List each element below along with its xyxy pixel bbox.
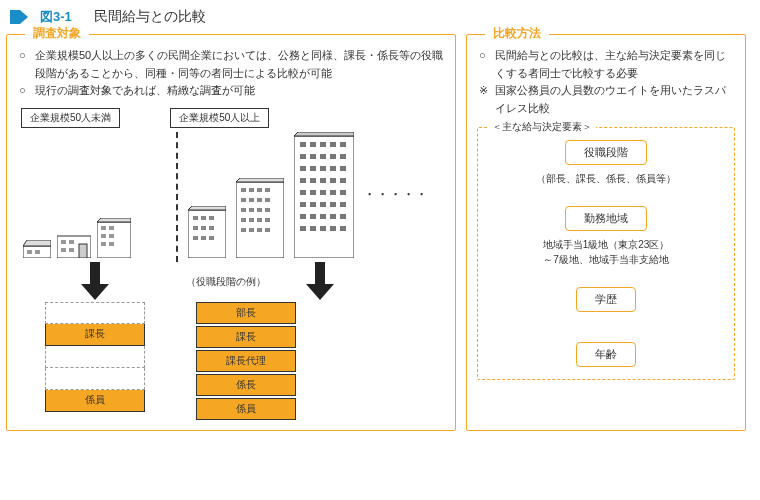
panel-label: 調査対象 <box>25 25 89 42</box>
svg-rect-20 <box>201 216 206 220</box>
svg-rect-33 <box>265 188 270 192</box>
svg-rect-80 <box>330 202 336 207</box>
down-arrow-icon <box>306 262 334 302</box>
scale-large-label: 企業規模50人以上 <box>170 108 269 128</box>
bullet-text: 国家公務員の人員数のウエイトを用いたラスパイレス比較 <box>495 82 735 117</box>
ladder-slot: 係員 <box>196 398 296 420</box>
factor-region: 勤務地域 <box>565 206 647 231</box>
ladder-slot: 課長代理 <box>196 350 296 372</box>
svg-rect-35 <box>249 198 254 202</box>
example-label: （役職段階の例） <box>186 275 266 289</box>
svg-rect-84 <box>320 214 326 219</box>
svg-rect-39 <box>249 208 254 212</box>
figure-title: 民間給与との比較 <box>94 8 206 26</box>
svg-rect-95 <box>315 262 325 284</box>
svg-rect-26 <box>201 236 206 240</box>
svg-rect-1 <box>27 250 32 254</box>
svg-rect-24 <box>209 226 214 230</box>
factors-label: ＜主な給与決定要素＞ <box>488 120 596 134</box>
svg-rect-14 <box>109 234 114 238</box>
ladder-slot: 部長 <box>196 302 296 324</box>
svg-marker-96 <box>306 284 334 300</box>
svg-rect-45 <box>265 218 270 222</box>
svg-rect-68 <box>310 178 316 183</box>
svg-rect-5 <box>61 240 66 244</box>
svg-rect-52 <box>300 142 306 147</box>
vertical-divider <box>176 132 178 262</box>
svg-rect-81 <box>340 202 346 207</box>
svg-rect-83 <box>310 214 316 219</box>
large-building-icon <box>188 206 226 258</box>
svg-rect-16 <box>109 242 114 246</box>
ladder-slot <box>45 346 145 368</box>
svg-rect-66 <box>340 166 346 171</box>
svg-rect-48 <box>257 228 262 232</box>
svg-rect-67 <box>300 178 306 183</box>
svg-rect-47 <box>249 228 254 232</box>
svg-rect-72 <box>300 190 306 195</box>
small-building-icon <box>57 232 91 258</box>
ladder-slot <box>45 302 145 324</box>
bullet-text: 民間給与との比較は、主な給与決定要素を同じくする者同士で比較する必要 <box>495 47 735 82</box>
svg-rect-6 <box>69 240 74 244</box>
scale-small-label: 企業規模50人未満 <box>21 108 120 128</box>
svg-rect-42 <box>241 218 246 222</box>
factors-box: ＜主な給与決定要素＞ 役職段階 （部長、課長、係長、係員等） 勤務地域 地域手当… <box>477 127 735 380</box>
svg-rect-56 <box>340 142 346 147</box>
svg-rect-23 <box>201 226 206 230</box>
small-building-icon <box>23 240 51 258</box>
svg-rect-54 <box>320 142 326 147</box>
svg-rect-7 <box>61 248 66 252</box>
factor-education: 学歴 <box>576 287 636 312</box>
factor-note: （部長、課長、係長、係員等） <box>536 171 676 186</box>
position-ladders: 課長 係員 部長 課長 課長代理 係長 係員 <box>17 302 445 420</box>
svg-rect-77 <box>300 202 306 207</box>
svg-rect-69 <box>320 178 326 183</box>
svg-rect-85 <box>330 214 336 219</box>
svg-rect-21 <box>209 216 214 220</box>
ladder-small: 課長 係員 <box>45 302 145 420</box>
svg-rect-34 <box>241 198 246 202</box>
svg-marker-50 <box>236 178 284 182</box>
svg-rect-90 <box>330 226 336 231</box>
svg-rect-55 <box>330 142 336 147</box>
svg-rect-25 <box>193 236 198 240</box>
svg-rect-12 <box>109 226 114 230</box>
ladder-slot: 課長 <box>196 326 296 348</box>
svg-rect-86 <box>340 214 346 219</box>
svg-rect-13 <box>101 234 106 238</box>
figure-marker-icon <box>10 10 28 24</box>
svg-rect-41 <box>265 208 270 212</box>
ladder-slot: 係員 <box>45 390 145 412</box>
bullet-text: 企業規模50人以上の多くの民間企業においては、公務と同様、課長・係長等の役職段階… <box>35 47 445 82</box>
figure-header: 図3-1 民間給与との比較 <box>0 0 760 34</box>
svg-rect-63 <box>310 166 316 171</box>
svg-rect-9 <box>79 244 87 258</box>
svg-rect-70 <box>330 178 336 183</box>
svg-rect-27 <box>209 236 214 240</box>
svg-rect-57 <box>300 154 306 159</box>
svg-rect-44 <box>257 218 262 222</box>
svg-rect-8 <box>69 248 74 252</box>
svg-rect-71 <box>340 178 346 183</box>
svg-rect-38 <box>241 208 246 212</box>
factor-position: 役職段階 <box>565 140 647 165</box>
comparison-method-panel: 比較方法 ○民間給与との比較は、主な給与決定要素を同じくする者同士で比較する必要… <box>466 34 746 431</box>
svg-rect-11 <box>101 226 106 230</box>
svg-rect-87 <box>300 226 306 231</box>
svg-rect-76 <box>340 190 346 195</box>
svg-rect-59 <box>320 154 326 159</box>
factor-age: 年齢 <box>576 342 636 367</box>
svg-rect-2 <box>35 250 40 254</box>
bullet-list: ○企業規模50人以上の多くの民間企業においては、公務と同様、課長・係長等の役職段… <box>17 47 445 100</box>
panel-label: 比較方法 <box>485 25 549 42</box>
svg-rect-75 <box>330 190 336 195</box>
svg-marker-17 <box>97 218 131 222</box>
svg-rect-93 <box>90 262 100 284</box>
down-arrow-icon <box>81 262 109 302</box>
svg-rect-79 <box>320 202 326 207</box>
bullet-list: ○民間給与との比較は、主な給与決定要素を同じくする者同士で比較する必要 ※国家公… <box>477 47 735 117</box>
svg-rect-73 <box>310 190 316 195</box>
svg-rect-58 <box>310 154 316 159</box>
svg-rect-22 <box>193 226 198 230</box>
